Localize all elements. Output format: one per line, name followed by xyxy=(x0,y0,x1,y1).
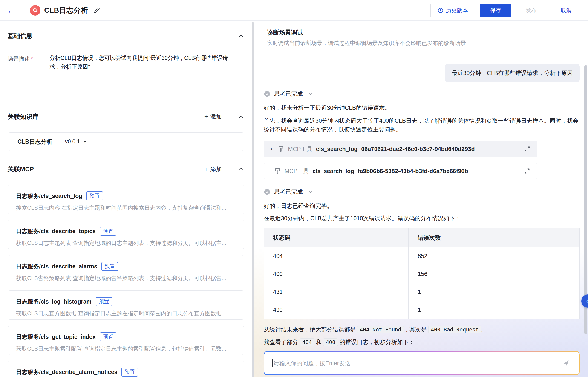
config-panel: 基础信息 +. 场景描述* 分析CLB日志情况，您可以尝试向我提问"最近30分钟… xyxy=(0,21,254,377)
chevron-right-icon[interactable]: › xyxy=(271,146,272,152)
mcp-card[interactable]: 日志服务/cls_describe_alarms预置 获取CLS告警策略列表 查… xyxy=(8,255,244,284)
left-panel-scrollbar[interactable] xyxy=(252,22,254,377)
thinking-label: 思考已完成 xyxy=(274,188,303,196)
hammer-icon xyxy=(274,167,281,175)
chevron-down-icon[interactable] xyxy=(308,91,313,97)
preset-badge: 预置 xyxy=(86,191,103,200)
error-code-table: 状态码 错误次数 404852 400156 4311 4991 xyxy=(264,228,580,319)
column-header: 状态码 xyxy=(264,228,409,247)
debug-panel: 诊断场景调试 实时调试当前诊断场景，调试过程中编辑场景及知识库不会影响已发布的诊… xyxy=(254,21,588,377)
save-button[interactable]: 保存 xyxy=(480,4,511,17)
topbar-actions: 历史版本 保存 发布 取消 xyxy=(430,4,581,17)
mcp-tool-name: 日志服务/cls_get_topic_index xyxy=(16,333,96,341)
publish-button[interactable]: 发布 xyxy=(516,4,546,17)
tool-name: cls_search_log xyxy=(316,146,358,152)
scene-desc-textarea[interactable]: 分析CLB日志情况，您可以尝试向我提问"最近30分钟，CLB有哪些错误请求，分析… xyxy=(44,49,244,91)
assistant-paragraph: 在最近30分钟内，CLB总共产生了1010次错误请求。错误码的分布情况如下： xyxy=(264,214,580,223)
back-button[interactable]: ← xyxy=(7,6,20,15)
inline-code: 404 xyxy=(300,338,314,346)
expand-icon[interactable] xyxy=(515,168,530,174)
assistant-paragraph: 好的，日志已经查询完毕。 xyxy=(264,201,580,210)
basic-info-section-header: 基础信息 +. xyxy=(8,32,244,40)
table-row: 404852 xyxy=(264,247,580,265)
tool-type-label: MCP工具 xyxy=(285,167,309,175)
knowledge-section-header: 关联知识库 +添加 xyxy=(8,113,244,121)
edit-title-icon[interactable] xyxy=(93,7,101,14)
plus-icon: + xyxy=(204,114,208,120)
section-divider xyxy=(8,102,244,102)
mcp-card[interactable]: 日志服务/cls_search_log预置 搜索CLS日志内容 在指定日志主题和… xyxy=(8,185,244,214)
assistant-paragraph: 好的，我来分析一下最近30分钟CLB的错误请求。 xyxy=(264,103,580,112)
mcp-card[interactable]: 日志服务/cls_log_histogram预置 获取CLS日志直方图数据 查询… xyxy=(8,290,244,320)
thinking-label: 思考已完成 xyxy=(274,90,303,98)
hammer-icon xyxy=(277,145,284,152)
preset-badge: 预置 xyxy=(100,227,116,236)
send-icon[interactable] xyxy=(562,359,571,368)
chat-scrollbar[interactable] xyxy=(584,65,587,334)
mcp-tool-desc: 获取CLS日志直方图数据 查询指定日志主题在指定时间范围内的日志分布直方图数据.… xyxy=(16,310,236,317)
tool-call-card[interactable]: MCP工具 cls_search_log fa9b06b6-5382-43b4-… xyxy=(264,163,537,179)
mcp-tool-desc: 获取CLS日志主题索引配置 查询指定日志主题的索引配置信息，包括键值索引、元数.… xyxy=(16,345,236,352)
expand-icon[interactable] xyxy=(515,146,530,152)
inline-code: 400 xyxy=(323,338,338,346)
tool-call-id: 06a70621-dae2-46c0-b3c7-94bd640d293d xyxy=(361,146,475,152)
preset-badge: 预置 xyxy=(121,367,138,377)
chevron-down-icon[interactable] xyxy=(308,189,313,195)
mcp-card[interactable]: 日志服务/cls_describe_alarm_notices预置 xyxy=(8,361,244,377)
check-circle-icon xyxy=(264,90,271,97)
mcp-tool-name: 日志服务/cls_log_histogram xyxy=(16,298,92,306)
status-code-cell: 499 xyxy=(264,301,409,319)
top-bar: ← CLB日志分析 历史版本 保存 发布 取消 xyxy=(0,0,588,21)
status-code-cell: 400 xyxy=(264,265,409,283)
error-count-cell: 1 xyxy=(408,283,579,301)
chat-area: 最近30分钟，CLB有哪些错误请求，分析下原因 思考已完成 好的，我来分析一下最… xyxy=(254,55,588,377)
assistant-paragraph: 从统计结果来看，绝大部分错误都是 404 Not Found，其次是 400 B… xyxy=(264,325,580,334)
basic-info-collapse-icon[interactable] xyxy=(238,33,244,39)
preset-badge: 预置 xyxy=(96,297,112,306)
tool-name: cls_search_log xyxy=(313,168,354,175)
history-version-button[interactable]: 历史版本 xyxy=(430,4,475,17)
mcp-collapse-icon[interactable] xyxy=(238,166,244,172)
table-row: 400156 xyxy=(264,265,580,283)
mcp-card[interactable]: 日志服务/cls_get_topic_index预置 获取CLS日志主题索引配置… xyxy=(8,326,244,355)
knowledge-collapse-icon[interactable] xyxy=(238,114,244,120)
mcp-tool-desc: 获取CLS告警策略列表 查询指定地域的告警策略列表，支持过滤和分页。可以根据告.… xyxy=(16,275,236,282)
chat-input-placeholder: 请输入你的问题，按Enter发送 xyxy=(274,360,351,367)
debug-title: 诊断场景调试 xyxy=(267,29,579,36)
error-count-cell: 1 xyxy=(408,301,579,319)
magnifier-icon xyxy=(32,7,38,13)
user-message: 最近30分钟，CLB有哪些错误请求，分析下原因 xyxy=(445,64,580,82)
mcp-tool-name: 日志服务/cls_describe_topics xyxy=(16,227,96,235)
chevron-down-icon: ▼ xyxy=(83,140,87,144)
text-caret xyxy=(272,359,273,367)
status-code-cell: 431 xyxy=(264,283,409,301)
error-count-cell: 852 xyxy=(408,247,579,265)
mcp-section-header: 关联MCP +添加 xyxy=(8,165,244,173)
required-asterisk: * xyxy=(31,56,33,62)
knowledge-add-button[interactable]: +添加 xyxy=(204,113,222,121)
assistant-paragraph: 我查看了部分 404 和 400 的错误日志，初步分析如下： xyxy=(264,338,580,347)
knowledge-item-card: CLB日志分析 v0.0.1 ▼ xyxy=(8,132,244,151)
inline-code: 404 Not Found xyxy=(357,326,404,333)
clock-icon xyxy=(438,7,444,13)
mcp-tool-desc: 搜索CLS日志内容 在指定日志主题和时间范围内搜索日志内容，支持复杂查询语法和.… xyxy=(16,204,236,212)
page-title: CLB日志分析 xyxy=(44,6,88,15)
chat-input[interactable]: 请输入你的问题，按Enter发送 xyxy=(264,352,579,375)
scene-desc-row: 场景描述* 分析CLB日志情况，您可以尝试向我提问"最近30分钟，CLB有哪些错… xyxy=(8,49,244,91)
mcp-tool-name: 日志服务/cls_search_log xyxy=(16,192,82,200)
status-code-cell: 404 xyxy=(264,247,409,265)
check-circle-icon xyxy=(264,188,271,195)
mcp-card[interactable]: 日志服务/cls_describe_topics预置 获取CLS日志主题列表 查… xyxy=(8,220,244,249)
tool-call-card[interactable]: › MCP工具 cls_search_log 06a70621-dae2-46c… xyxy=(264,141,537,157)
inline-code: 400 Bad Request xyxy=(428,326,481,333)
assistant-paragraph: 首先，我会查询最近30分钟内状态码大于等于400的CLB日志，以了解错误的总体情… xyxy=(264,116,580,134)
mcp-add-button[interactable]: +添加 xyxy=(204,165,222,173)
knowledge-version-select[interactable]: v0.0.1 ▼ xyxy=(60,136,91,147)
scene-logo xyxy=(30,5,40,16)
error-count-cell: 156 xyxy=(408,265,579,283)
table-header-row: 状态码 错误次数 xyxy=(264,228,580,247)
cancel-button[interactable]: 取消 xyxy=(551,4,581,17)
basic-info-title: 基础信息 xyxy=(8,32,33,40)
main-split: 基础信息 +. 场景描述* 分析CLB日志情况，您可以尝试向我提问"最近30分钟… xyxy=(0,21,588,377)
app-window: ← CLB日志分析 历史版本 保存 发布 取消 基础信息 xyxy=(0,0,588,377)
